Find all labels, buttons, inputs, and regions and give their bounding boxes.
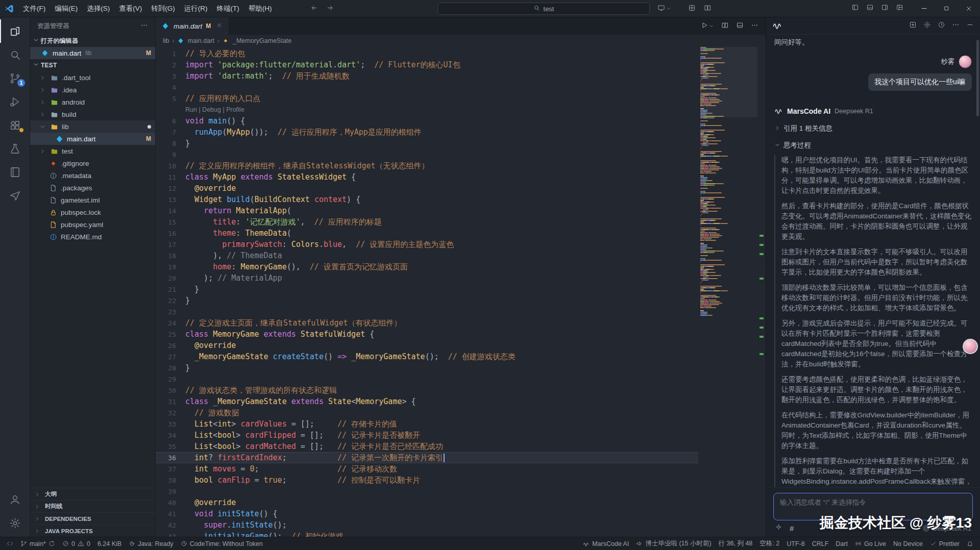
- status-language-mode[interactable]: Dart: [832, 537, 851, 550]
- code-line-33[interactable]: 33 List<int> cardValues = []; // 存储卡片的值: [156, 418, 698, 430]
- maximize-button[interactable]: [935, 0, 958, 17]
- code-line-12[interactable]: 12 @override: [156, 183, 698, 194]
- status-prettier[interactable]: Prettier: [926, 537, 963, 550]
- activity-extensions-icon[interactable]: [0, 113, 30, 137]
- status-blog-notice[interactable]: 博士毕业啦 (15 小时前): [632, 537, 715, 550]
- tree-item-.idea[interactable]: .idea: [30, 84, 155, 96]
- menu-item[interactable]: 终端(T): [212, 0, 244, 17]
- chat-input[interactable]: [779, 498, 967, 507]
- section-JAVA PROJECTS[interactable]: JAVA PROJECTS: [30, 524, 155, 537]
- code-line-17[interactable]: 17 primarySwatch: Colors.blue, // 设置应用的主…: [156, 239, 698, 250]
- overview-ruler[interactable]: [757, 47, 766, 537]
- close-icon[interactable]: [216, 22, 223, 30]
- more-icon[interactable]: [952, 21, 960, 31]
- code-line-1[interactable]: 1// 导入必要的包: [156, 48, 698, 59]
- code-editor[interactable]: 1// 导入必要的包2import 'package:flutter/mater…: [156, 47, 766, 537]
- tree-item-pubspec.lock[interactable]: pubspec.lock: [30, 206, 155, 218]
- menu-item[interactable]: 查看(V): [114, 0, 146, 17]
- panel-bottom-toggle-icon[interactable]: [866, 4, 874, 13]
- code-line-19[interactable]: 19 home: MemoryGame(), // 设置首页为记忆游戏页面: [156, 261, 698, 272]
- tree-item-lib[interactable]: lib: [30, 120, 155, 133]
- tree-item-.metadata[interactable]: .metadata: [30, 169, 155, 182]
- code-line-21[interactable]: 21 }: [156, 284, 698, 295]
- minimap[interactable]: [700, 47, 757, 537]
- code-line-5[interactable]: 5// 应用程序的入口点: [156, 93, 698, 104]
- status-problems[interactable]: 00: [59, 537, 94, 550]
- activity-explorer-icon[interactable]: [0, 19, 30, 43]
- section-DEPENDENCIES[interactable]: DEPENDENCIES: [30, 512, 155, 524]
- status-file-size[interactable]: 6.24 KiB: [94, 537, 125, 550]
- menu-item[interactable]: 文件(F): [18, 0, 50, 17]
- status-encoding[interactable]: UTF-8: [783, 537, 808, 550]
- code-line-9[interactable]: 9: [156, 149, 698, 160]
- project-section-header[interactable]: TEST: [30, 59, 155, 71]
- activity-docs-icon[interactable]: [0, 160, 30, 184]
- code-line-30[interactable]: 30// 游戏状态类，管理游戏的所有状态和逻辑: [156, 385, 698, 396]
- tree-item-android[interactable]: android: [30, 96, 155, 108]
- activity-source-control-icon[interactable]: 1: [0, 66, 30, 90]
- code-line-27[interactable]: 27 _MemoryGameState createState() => _Me…: [156, 351, 698, 362]
- code-line-40[interactable]: 40 @override: [156, 497, 698, 508]
- activity-accounts-icon[interactable]: [0, 488, 30, 511]
- more-actions-icon[interactable]: [140, 21, 148, 31]
- code-line-6[interactable]: 6void main() {: [156, 115, 698, 127]
- breadcrumb-item[interactable]: _MemoryGameState: [223, 37, 291, 44]
- code-line-32[interactable]: 32 // 游戏数据: [156, 407, 698, 418]
- code-line-16[interactable]: 16 theme: ThemeData(: [156, 228, 698, 239]
- code-line-10[interactable]: 10// 定义应用程序的根组件，继承自StatelessWidget（无状态组件…: [156, 160, 698, 171]
- thinking-toggle[interactable]: 思考过程: [774, 141, 972, 150]
- menu-item[interactable]: 选择(S): [82, 0, 114, 17]
- code-line-37[interactable]: 37 int moves = 0; // 记录移动次数: [156, 463, 698, 474]
- minimap-viewport[interactable]: [700, 47, 757, 117]
- floating-avatar[interactable]: [963, 339, 978, 354]
- code-line-39[interactable]: 39: [156, 486, 698, 497]
- minimize-button[interactable]: [913, 0, 935, 17]
- tree-item-test[interactable]: test: [30, 145, 155, 157]
- status-git-branch[interactable]: main*: [17, 537, 59, 550]
- code-line-26[interactable]: 26 @override: [156, 340, 698, 351]
- tree-item-pubspec.yaml[interactable]: pubspec.yaml: [30, 218, 155, 231]
- code-line-34[interactable]: 34 List<bool> cardFlipped = []; // 记录卡片是…: [156, 430, 698, 441]
- tree-item-.packages[interactable]: .packages: [30, 182, 155, 194]
- code-line-7[interactable]: 7 runApp(MyApp()); // 运行应用程序，MyApp是应用的根组…: [156, 127, 698, 138]
- code-line-38[interactable]: 38 bool canFlip = true; // 控制是否可以翻卡片: [156, 474, 698, 486]
- code-line-42[interactable]: 42 super.initState();: [156, 519, 698, 531]
- reference-toggle[interactable]: 引用 1 相关信息: [774, 124, 972, 133]
- editor-layout-icon[interactable]: [736, 21, 744, 31]
- close-button[interactable]: [958, 0, 980, 17]
- activity-settings-icon[interactable]: [0, 511, 30, 535]
- code-line-36[interactable]: 36 int? firstCardIndex; // 记录第一次翻开的卡片索引: [156, 452, 698, 463]
- status-go-live[interactable]: Go Live: [851, 537, 890, 550]
- code-line-24[interactable]: 24// 定义游戏主页面，继承自StatefulWidget（有状态组件）: [156, 317, 698, 329]
- code-line-8[interactable]: 8}: [156, 138, 698, 149]
- tree-item-build[interactable]: build: [30, 108, 155, 120]
- history-icon[interactable]: [938, 21, 945, 31]
- status-indentation[interactable]: 空格: 2: [756, 537, 783, 550]
- breadcrumb-item[interactable]: lib: [163, 37, 169, 44]
- codelens[interactable]: Run | Debug | Profile: [156, 104, 698, 115]
- code-line-2[interactable]: 2import 'package:flutter/material.dart';…: [156, 59, 698, 70]
- activity-ai-assistant-icon[interactable]: [0, 184, 30, 207]
- chat-scrollbar[interactable]: [976, 40, 979, 116]
- code-line-3[interactable]: 3import 'dart:math'; // 用于生成随机数: [156, 70, 698, 82]
- section-时间线[interactable]: 时间线: [30, 500, 155, 512]
- user-avatar[interactable]: [959, 55, 972, 68]
- menu-item[interactable]: 运行(R): [180, 0, 212, 17]
- status-marscode-status[interactable]: MarsCode AI: [579, 537, 632, 550]
- panel-left-toggle-icon[interactable]: [851, 4, 859, 13]
- back-icon[interactable]: [310, 4, 318, 14]
- tree-item-main.dart[interactable]: main.dartM: [30, 133, 155, 145]
- settings-gear-icon[interactable]: [923, 21, 931, 31]
- status-codetime[interactable]: CodeTime: Without Token: [177, 537, 266, 550]
- panel-right-toggle-icon[interactable]: [881, 4, 889, 13]
- code-line-29[interactable]: 29: [156, 373, 698, 385]
- code-line-35[interactable]: 35 List<bool> cardMatched = []; // 记录卡片是…: [156, 441, 698, 452]
- status-java-status[interactable]: Java: Ready: [125, 537, 177, 550]
- code-line-28[interactable]: 28}: [156, 362, 698, 373]
- activity-search-icon[interactable]: [0, 43, 30, 66]
- skills-icon[interactable]: [775, 523, 782, 533]
- code-line-14[interactable]: 14 return MaterialApp(: [156, 205, 698, 216]
- activity-testing-icon[interactable]: [0, 137, 30, 160]
- status-device[interactable]: No Device: [890, 537, 926, 550]
- activity-run-and-debug-icon[interactable]: [0, 90, 30, 113]
